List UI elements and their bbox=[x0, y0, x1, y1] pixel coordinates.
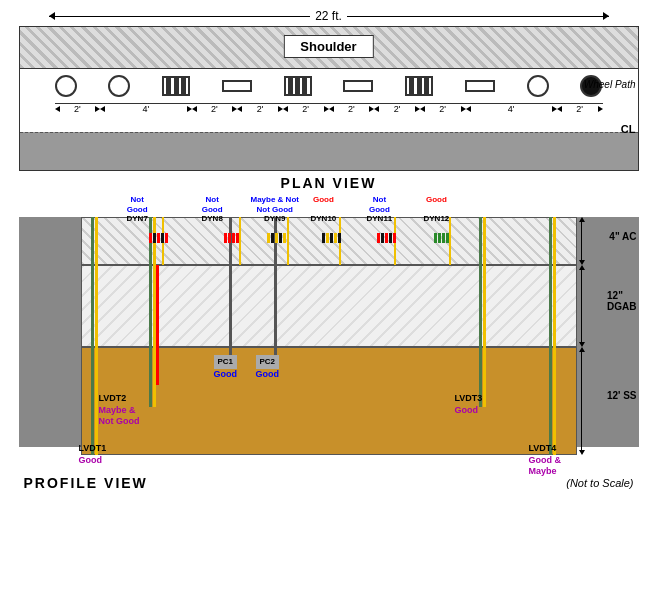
pc2-label: PC2 Good bbox=[256, 355, 280, 381]
wheel-path-label: Wheel Path bbox=[584, 79, 636, 90]
dim-segment-5: 2' bbox=[283, 103, 329, 114]
dyn9-rod bbox=[287, 217, 289, 265]
dgab-arrow bbox=[577, 265, 587, 347]
sensor-rect-2 bbox=[343, 80, 373, 92]
sensor-multi-3 bbox=[405, 76, 433, 96]
lvdt2-rod bbox=[149, 217, 152, 407]
overall-dimension: 22 ft. bbox=[310, 9, 347, 23]
dim-segment-8: 2' bbox=[420, 103, 466, 114]
sensor-open-3 bbox=[527, 75, 549, 97]
dyn12-rod bbox=[449, 217, 451, 265]
sensor-open-left bbox=[55, 75, 77, 97]
lvdt4-rod bbox=[549, 217, 552, 455]
ac-dim-label: 4" AC bbox=[609, 231, 636, 242]
dyn12-labels: Good DYN12 bbox=[424, 195, 450, 224]
profile-view-label: PROFILE VIEW bbox=[24, 475, 148, 491]
dyn12-sensor-bar bbox=[434, 233, 449, 243]
dyn8-labels: Not Good DYN8 bbox=[202, 195, 223, 224]
lvdt2-rod-red bbox=[156, 265, 159, 385]
ac-arrow bbox=[577, 217, 587, 265]
dim-label-3: 2' bbox=[210, 104, 219, 114]
lvdt3-rod bbox=[479, 217, 482, 407]
dyn8-rod bbox=[239, 217, 241, 265]
dgab-dim-label: 12"DGAB bbox=[607, 290, 636, 312]
top-dimension-arrow: 22 ft. bbox=[19, 8, 639, 24]
dyn7-sensor-bar bbox=[149, 233, 168, 243]
dimension-row: 2' 4' 2' bbox=[55, 103, 603, 114]
dyn9-labels: Maybe & Not Not Good DYN9 bbox=[251, 195, 299, 224]
side-band-left bbox=[19, 217, 81, 447]
dim-segment-6: 2' bbox=[329, 103, 375, 114]
dyn11-sensor-bar bbox=[377, 233, 396, 243]
dyn11-labels: Not Good DYN11 bbox=[367, 195, 393, 224]
plan-view-label: PLAN VIEW bbox=[19, 175, 639, 191]
ss-arrow bbox=[577, 347, 587, 455]
dim-segment-7: 2' bbox=[374, 103, 420, 114]
plan-road-diagram: Shoulder bbox=[19, 26, 639, 171]
sensor-rect-1 bbox=[222, 80, 252, 92]
lvdt4-label: LVDT4 Good & Maybe bbox=[529, 443, 562, 478]
dim-label-5: 2' bbox=[301, 104, 310, 114]
ss-dim-label: 12' SS bbox=[607, 390, 637, 401]
dim-segment-10: 2' bbox=[557, 103, 603, 114]
sensor-multi-1 bbox=[162, 76, 190, 96]
dim-segment-4: 2' bbox=[237, 103, 283, 114]
dim-label-6: 2' bbox=[347, 104, 356, 114]
lvdt1-rod bbox=[91, 217, 94, 455]
shoulder-area: Shoulder bbox=[20, 27, 638, 69]
dyn10-labels: Good DYN10 bbox=[311, 195, 337, 224]
profile-diagram: 4" AC 12"DGAB 12' SS bbox=[19, 195, 639, 475]
shoulder-label: Shoulder bbox=[283, 35, 373, 58]
dim-label-10: 2' bbox=[575, 104, 584, 114]
plan-section: 22 ft. Shoulder bbox=[19, 8, 639, 195]
dim-label-1: 2' bbox=[73, 104, 82, 114]
sensor-rect-3 bbox=[465, 80, 495, 92]
lvdt3-rod-yellow bbox=[483, 217, 486, 407]
sensor-open-2 bbox=[108, 75, 130, 97]
profile-section: 4" AC 12"DGAB 12' SS bbox=[19, 195, 639, 491]
dim-label-4: 2' bbox=[256, 104, 265, 114]
lvdt2-label: LVDT2 Maybe & Not Good bbox=[99, 393, 140, 428]
pc1-label: PC1 Good bbox=[214, 355, 238, 381]
dim-segment-9: 4' bbox=[466, 103, 557, 114]
dim-segment-1: 2' bbox=[55, 103, 101, 114]
main-container: 22 ft. Shoulder bbox=[0, 0, 657, 610]
sensor-multi-2 bbox=[284, 76, 312, 96]
lvdt3-label: LVDT3 Good bbox=[455, 393, 483, 416]
arrow-right-icon bbox=[603, 12, 609, 20]
arrow-left-icon bbox=[49, 12, 55, 20]
dyn9-sensor-bar bbox=[267, 233, 286, 243]
dyn10-sensor-bar bbox=[322, 233, 341, 243]
dim-label-8: 2' bbox=[438, 104, 447, 114]
sensors-row bbox=[55, 75, 603, 97]
dim-label-2: 4' bbox=[141, 104, 150, 114]
dim-segment-3: 2' bbox=[192, 103, 238, 114]
lvdt1-rod-yellow bbox=[95, 217, 98, 455]
dyn8-sensor-bar bbox=[224, 233, 239, 243]
not-to-scale-label: (Not to Scale) bbox=[566, 477, 633, 489]
lvdt1-label: LVDT1 Good bbox=[79, 443, 107, 466]
cl-label: CL bbox=[621, 123, 636, 135]
dim-segment-2: 4' bbox=[100, 103, 191, 114]
road-gray-bottom bbox=[20, 132, 638, 170]
lvdt4-rod-yellow bbox=[553, 217, 556, 455]
dim-label-7: 2' bbox=[393, 104, 402, 114]
dyn7-labels: Not Good DYN7 bbox=[127, 195, 148, 224]
dim-label-9: 4' bbox=[507, 104, 516, 114]
